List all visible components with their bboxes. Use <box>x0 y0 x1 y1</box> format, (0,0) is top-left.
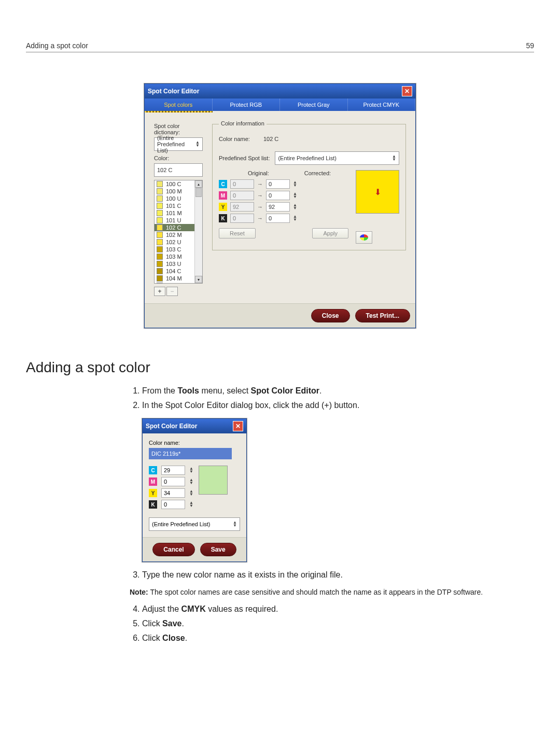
swatch-icon <box>157 217 163 223</box>
cancel-button[interactable]: Cancel <box>152 543 194 556</box>
list-item[interactable]: 101 U <box>155 217 195 224</box>
list-item[interactable]: 103 U <box>155 260 195 268</box>
stepper-icon[interactable]: ▲▼ <box>293 215 297 221</box>
cmyk-row-M: M0→0▲▼ <box>219 191 348 200</box>
tab-protect-gray[interactable]: Protect Gray <box>280 99 348 111</box>
mini-predef-select[interactable]: (Entire Predefined List) ▲▼ <box>149 517 240 531</box>
arrow-right-icon: → <box>257 204 263 210</box>
test-print-button[interactable]: Test Print... <box>355 309 410 322</box>
cmyk-M-field[interactable]: 0 <box>161 477 185 486</box>
cmyk-Y-field[interactable]: 34 <box>161 488 185 498</box>
original-C-field: 0 <box>230 179 254 189</box>
list-item[interactable]: 100 U <box>155 195 195 202</box>
cmyk-C-field[interactable]: 29 <box>161 466 185 475</box>
list-item[interactable]: 101 M <box>155 209 195 217</box>
list-item[interactable]: 102 M <box>155 231 195 238</box>
list-item[interactable]: 104 U <box>155 282 195 284</box>
tab-protect-rgb[interactable]: Protect RGB <box>213 99 281 111</box>
list-item[interactable]: 104 C <box>155 268 195 275</box>
dict-value: (Entire Predefined List) <box>157 135 195 153</box>
predef-select[interactable]: (Entire Predefined List) ▲▼ <box>275 151 399 165</box>
list-item[interactable]: 104 M <box>155 275 195 282</box>
original-Y-field: 92 <box>230 202 254 212</box>
corrected-C-field[interactable]: 0 <box>266 179 290 189</box>
dict-select[interactable]: (Entire Predefined List) ▲▼ <box>154 137 203 151</box>
tabs: Spot colors Protect RGB Protect Gray Pro… <box>145 99 415 111</box>
scrollbar[interactable]: ▴ ▾ <box>194 180 202 283</box>
color-wheel-icon <box>360 234 368 241</box>
stepper-icon[interactable]: ▲▼ <box>189 490 193 496</box>
list-item[interactable]: 100 M <box>155 188 195 195</box>
swatch-icon <box>157 246 163 252</box>
channel-C-icon: C <box>219 180 227 188</box>
instruction-list-cont2: Adjust the CMYK values as required. Clic… <box>130 605 534 643</box>
remove-button[interactable]: − <box>166 287 178 296</box>
mini-titlebar: Spot Color Editor ✕ <box>143 419 246 433</box>
corrected-K-field[interactable]: 0 <box>266 214 290 223</box>
swatch-icon <box>157 210 163 216</box>
list-item[interactable]: 101 C <box>155 202 195 209</box>
arrow-right-icon: → <box>257 181 263 187</box>
color-picker-button[interactable] <box>356 231 372 244</box>
scroll-thumb[interactable] <box>195 188 202 197</box>
mini-name-label: Color name: <box>149 440 240 446</box>
color-name-field[interactable]: DIC 2119s* <box>149 448 232 459</box>
cmyk-row-Y: Y92→92▲▼ <box>219 202 348 212</box>
corrected-M-field[interactable]: 0 <box>266 191 290 200</box>
page-header: Adding a spot color 59 <box>26 41 534 52</box>
channel-Y-icon: Y <box>149 489 157 497</box>
list-item-label: 103 M <box>166 254 182 260</box>
close-icon[interactable]: ✕ <box>402 86 412 96</box>
step-5: Click Save. <box>142 619 534 628</box>
stepper-icon[interactable]: ▲▼ <box>189 479 193 485</box>
save-button[interactable]: Save <box>200 543 236 556</box>
original-K-field: 0 <box>230 214 254 223</box>
channel-C-icon: C <box>149 466 157 474</box>
scroll-down-icon[interactable]: ▾ <box>195 276 202 283</box>
add-spot-color-dialog: Spot Color Editor ✕ Color name: DIC 2119… <box>142 418 247 562</box>
swatch-icon <box>157 232 163 238</box>
list-item-label: 100 C <box>166 181 181 187</box>
cmyk-K-field[interactable]: 0 <box>161 500 185 509</box>
color-name-value: 102 C <box>263 136 278 142</box>
header-left: Adding a spot color <box>26 41 88 50</box>
list-item-label: 102 C <box>166 224 181 231</box>
list-item-label: 103 C <box>166 246 181 252</box>
list-item[interactable]: 103 C <box>155 246 195 253</box>
add-button[interactable]: + <box>154 287 165 296</box>
swatch-icon <box>157 261 163 267</box>
close-icon[interactable]: ✕ <box>233 421 243 431</box>
list-item-label: 103 U <box>166 261 181 267</box>
stepper-icon[interactable]: ▲▼ <box>293 192 297 199</box>
color-listbox[interactable]: 100 C100 M100 U101 C101 M101 U102 C102 M… <box>154 180 203 284</box>
tab-spot-colors[interactable]: Spot colors <box>145 99 213 111</box>
channel-K-icon: K <box>149 500 157 509</box>
note: Note: The spot color names are case sens… <box>130 588 534 596</box>
fieldset-legend: Color information <box>219 120 267 126</box>
close-button[interactable]: Close <box>311 309 350 322</box>
stepper-icon[interactable]: ▲▼ <box>189 467 193 473</box>
swatch-icon <box>157 275 163 282</box>
list-item[interactable]: 100 C <box>155 180 195 188</box>
list-item[interactable]: 103 M <box>155 253 195 260</box>
list-item[interactable]: 102 C <box>155 224 195 231</box>
corrected-Y-field[interactable]: 92 <box>266 202 290 212</box>
reset-button[interactable]: Reset <box>219 228 256 238</box>
instruction-list-cont: Type the new color name as it exists in … <box>130 570 534 580</box>
list-item[interactable]: 102 U <box>155 238 195 246</box>
list-item-label: 100 U <box>166 195 181 202</box>
mini-cmyk-row-C: C29▲▼ <box>149 466 193 475</box>
swatch-icon <box>157 239 163 245</box>
mini-cmyk-row-Y: Y34▲▼ <box>149 488 193 498</box>
scroll-up-icon[interactable]: ▴ <box>195 180 202 188</box>
stepper-icon[interactable]: ▲▼ <box>189 501 193 508</box>
color-input[interactable]: 102 C <box>154 163 203 177</box>
color-preview-swatch: ⬇ <box>356 170 399 214</box>
list-item-label: 101 M <box>166 210 182 216</box>
apply-button[interactable]: Apply <box>312 228 348 238</box>
spot-color-editor-dialog: Spot Color Editor ✕ Spot colors Protect … <box>144 83 416 328</box>
stepper-icon[interactable]: ▲▼ <box>293 204 297 210</box>
step-4: Adjust the CMYK values as required. <box>142 605 534 614</box>
stepper-icon[interactable]: ▲▼ <box>293 181 297 187</box>
tab-protect-cmyk[interactable]: Protect CMYK <box>348 99 416 111</box>
